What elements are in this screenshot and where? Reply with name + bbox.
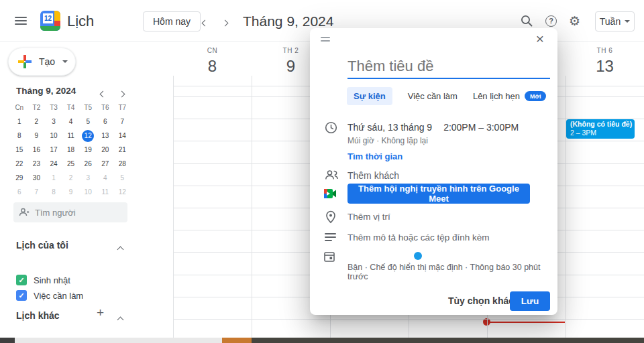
calendar-checkbox[interactable]: ✓	[16, 290, 27, 301]
availability-row[interactable]: Bận · Chế độ hiển thị mặc định · Thông b…	[347, 263, 557, 281]
minical-day[interactable]: 10	[79, 185, 97, 199]
minical-day[interactable]: 1	[11, 115, 28, 129]
calendar-list-item[interactable]: ✓Sinh nhật	[16, 275, 70, 285]
minical-day[interactable]: 29	[11, 171, 28, 185]
minical-day[interactable]: 14	[114, 129, 131, 143]
add-other-calendar-icon[interactable]: +	[97, 305, 104, 320]
settings-gear-icon[interactable]: ⚙	[569, 14, 584, 29]
minical-day[interactable]: 12	[114, 185, 131, 199]
scrollbar-track	[15, 338, 222, 343]
search-icon[interactable]	[520, 14, 535, 29]
minical-day[interactable]: 11	[62, 129, 80, 143]
minical-day[interactable]: 17	[45, 143, 62, 157]
grid-line	[566, 76, 566, 338]
event-title-input[interactable]: Thêm tiêu đề	[347, 58, 433, 75]
minical-day[interactable]: 6	[11, 185, 28, 199]
day-name-label: TH 6	[566, 47, 644, 54]
minical-day[interactable]: 5	[114, 171, 131, 185]
minical-day[interactable]: 10	[45, 129, 62, 143]
minical-day[interactable]: 18	[62, 143, 80, 157]
main-menu-icon[interactable]	[12, 15, 30, 27]
other-calendars-section-header[interactable]: Lịch khác	[16, 310, 60, 321]
minical-day[interactable]: 9	[28, 129, 46, 143]
today-button[interactable]: Hôm nay	[143, 11, 201, 31]
calendar-logo-icon[interactable]: 12	[40, 11, 60, 31]
minical-day[interactable]: 2	[28, 115, 46, 129]
minical-day-number: 2	[30, 116, 42, 128]
add-location-field[interactable]: Thêm vị trí	[347, 212, 390, 222]
close-icon[interactable]: ×	[532, 31, 548, 47]
minical-day[interactable]: 8	[11, 129, 28, 143]
calendar-checkbox[interactable]: ✓	[16, 275, 27, 285]
day-name-label: CN	[173, 47, 252, 54]
add-description-field[interactable]: Thêm mô tả hoặc các tệp đính kèm	[347, 232, 490, 243]
minical-day[interactable]: 4	[62, 115, 80, 129]
minical-day[interactable]: 25	[62, 157, 80, 171]
bottom-scrollbar[interactable]	[0, 338, 644, 343]
save-button[interactable]: Lưu	[510, 291, 550, 311]
minical-day[interactable]: 15	[11, 143, 28, 157]
minical-day[interactable]: 24	[45, 157, 62, 171]
grid-line	[173, 319, 644, 320]
prev-period-icon[interactable]	[203, 16, 213, 27]
minical-day-number: 6	[13, 186, 25, 198]
grid-line	[252, 76, 252, 338]
add-guests-field[interactable]: Thêm khách	[347, 170, 399, 181]
minical-day-number: 14	[116, 130, 128, 142]
collapse-other-calendars-icon[interactable]	[118, 313, 123, 325]
minical-day[interactable]: 26	[79, 157, 97, 171]
more-options-button[interactable]: Tùy chọn khác	[448, 295, 514, 306]
minical-day-number: 7	[30, 186, 42, 198]
new-badge: Mới	[525, 91, 546, 101]
minical-day[interactable]: 22	[11, 157, 28, 171]
calendar-list-item[interactable]: ✓Việc cần làm	[16, 290, 83, 301]
minical-day[interactable]: 20	[97, 143, 114, 157]
next-period-icon[interactable]	[223, 16, 233, 27]
add-meet-button[interactable]: Thêm hội nghị truyền hình trên Google Me…	[347, 184, 530, 204]
minical-day-number: 18	[65, 144, 77, 156]
minical-day[interactable]: 21	[114, 143, 131, 157]
create-button[interactable]: Tạo	[8, 48, 76, 76]
minical-day[interactable]: 3	[79, 171, 97, 185]
minical-day[interactable]: 13	[97, 129, 114, 143]
minical-day[interactable]: 8	[45, 185, 62, 199]
find-time-link[interactable]: Tìm thời gian	[347, 151, 402, 161]
day-header[interactable]: CN8	[173, 47, 252, 76]
minical-day[interactable]: 11	[97, 185, 114, 199]
view-selector-dropdown[interactable]: Tuần	[595, 11, 635, 31]
minical-day[interactable]: 30	[28, 171, 46, 185]
minical-day[interactable]: 6	[97, 115, 114, 129]
collapse-my-calendars-icon[interactable]	[118, 243, 123, 255]
minical-weekday-label: T3	[45, 100, 62, 115]
minical-prev-icon[interactable]	[101, 87, 105, 99]
event-block[interactable]: (Không có tiêu đề) 2 – 3PM	[566, 119, 635, 139]
minical-day[interactable]: 19	[79, 143, 97, 157]
minical-day[interactable]: 7	[28, 185, 46, 199]
minical-day[interactable]: 4	[97, 171, 114, 185]
minical-weekday-label: T4	[62, 100, 80, 115]
minical-day[interactable]: 27	[97, 157, 114, 171]
tab-item[interactable]: Lên lịch hẹnMới	[473, 91, 547, 101]
calendar-color-dot[interactable]	[414, 252, 422, 260]
tab-label: Sự kiện	[354, 91, 386, 101]
minical-day[interactable]: 7	[114, 115, 131, 129]
drag-handle-icon[interactable]	[321, 37, 330, 44]
day-header[interactable]: TH 613	[566, 47, 644, 76]
minical-day[interactable]: 23	[28, 157, 46, 171]
minical-day[interactable]: 1	[45, 171, 62, 185]
minical-day[interactable]: 3	[45, 115, 62, 129]
minical-day-number: 20	[99, 144, 111, 156]
minical-day[interactable]: 12	[79, 129, 97, 143]
minical-day[interactable]: 2	[62, 171, 80, 185]
event-datetime-row[interactable]: Thứ sáu, 13 tháng 92:00PM – 3:00PM	[347, 122, 519, 133]
scrollbar-thumb[interactable]	[222, 338, 252, 343]
tab-item[interactable]: Việc cần làm	[408, 91, 458, 101]
minical-day[interactable]: 16	[28, 143, 46, 157]
my-calendars-section-header[interactable]: Lịch của tôi	[16, 240, 68, 251]
minical-next-icon[interactable]	[119, 87, 124, 99]
search-people-input[interactable]: Tìm người	[13, 202, 127, 222]
minical-day[interactable]: 28	[114, 157, 131, 171]
minical-day[interactable]: 9	[62, 185, 80, 199]
minical-day[interactable]: 5	[79, 115, 97, 129]
tab-selected[interactable]: Sự kiện	[347, 87, 392, 105]
